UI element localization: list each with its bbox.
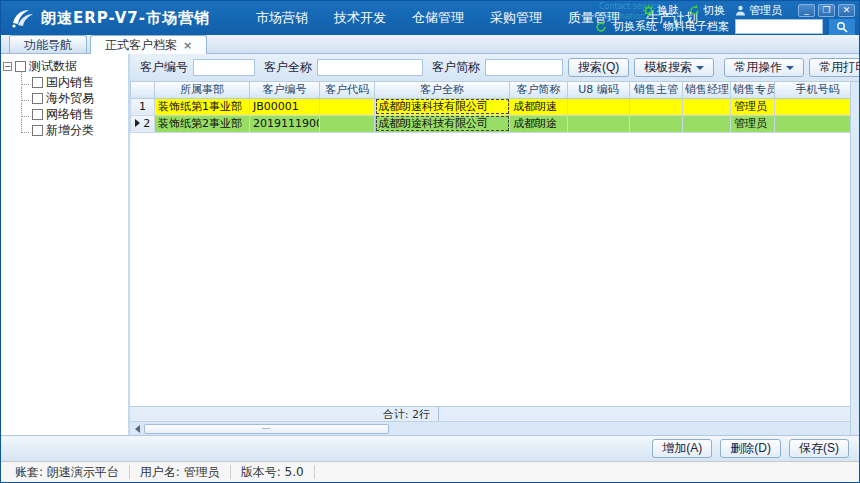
customer-grid: 所属事部 客户编号 客户代码 客户全称 客户简称 U8 编码 销售主管 销售经理… [130,81,859,435]
category-tree: − 测试数据 国内销售 海外贸易 网络销售 新 [1,54,130,435]
action-bar: 增加(A) 删除(D) 保存(S) [1,435,859,461]
gear-icon [643,5,654,16]
status-bar: 账套: 朗速演示平台 用户名: 管理员 版本号: 5.0 [1,461,859,482]
grid-summary: 合计: 2行 [130,406,850,421]
tab-close-icon[interactable]: × [183,40,192,51]
titlebar: 朗速ERP-V7-市场营销 市场营销 技术开发 仓储管理 采购管理 质量管理 生… [1,1,859,35]
tabstrip: 功能导航 正式客户档案 × [1,35,859,54]
status-account: 账套: 朗速演示平台 [5,465,130,479]
scroll-left-icon[interactable] [130,422,144,436]
menu-item-purchase[interactable]: 采购管理 [490,9,542,27]
customer-shortname-label: 客户简称 [432,59,480,76]
content-panel: 客户编号 客户全称 客户简称 搜索(Q) 模板搜索 常用操作 常用打印 帮助文档 [130,54,859,435]
main-area: − 测试数据 国内销售 海外贸易 网络销售 新 [1,54,859,435]
global-search-input[interactable] [735,19,823,34]
filter-toolbar: 客户编号 客户全称 客户简称 搜索(Q) 模板搜索 常用操作 常用打印 帮助文档 [130,54,859,81]
checkbox[interactable] [32,77,43,88]
app-logo-icon [9,7,35,29]
user-icon [735,5,746,16]
app-window: 朗速ERP-V7-市场营销 市场营销 技术开发 仓储管理 采购管理 质量管理 生… [0,0,860,483]
col-sales-rep[interactable]: 销售专员 [731,82,775,98]
grid-empty-space [130,133,850,407]
common-ops-button[interactable]: 常用操作 [724,58,804,77]
tree-node-new-category[interactable]: 新增分类 [17,122,126,138]
tab-function-nav[interactable]: 功能导航 [9,35,87,53]
col-mobile[interactable]: 手机号码 [775,82,851,98]
collapse-icon[interactable]: − [3,62,12,71]
app-title: 朗速ERP-V7-市场营销 [41,9,210,28]
col-sales-supervisor[interactable]: 销售主管 [630,82,683,98]
checkbox[interactable] [32,109,43,120]
col-customer-code[interactable]: 客户代码 [320,82,375,98]
add-button[interactable]: 增加(A) [652,439,712,458]
customer-shortname-input[interactable] [485,59,563,76]
material-archive-link[interactable]: 物料电子档案 [663,19,729,34]
tab-customer-archive[interactable]: 正式客户档案 × [90,35,207,54]
checkbox[interactable] [32,125,43,136]
scrollbar-thumb[interactable] [144,424,389,434]
titlebar-right: 换肤 切换 管理员 _ ❐ ✕ 切换系统 物料电子档 [595,1,855,35]
switch-system-link[interactable]: 切换系统 [613,19,657,34]
customer-fullname-input[interactable] [317,59,423,76]
search-icon [836,21,848,33]
user-button[interactable]: 管理员 [735,3,782,18]
col-department[interactable]: 所属事部 [155,82,250,98]
table-row[interactable]: 2 装饰纸第2事业部 201911190001 成都朗途科技有限公司 成都朗途 … [131,115,851,132]
col-sales-manager[interactable]: 销售经理 [683,82,731,98]
horizontal-scrollbar[interactable] [130,421,850,435]
status-version: 版本号: 5.0 [231,465,315,479]
template-search-button[interactable]: 模板搜索 [634,58,714,77]
grid-header-row: 所属事部 客户编号 客户代码 客户全称 客户简称 U8 编码 销售主管 销售经理… [131,82,851,98]
customer-fullname-label: 客户全称 [264,59,312,76]
current-row-icon [135,119,140,127]
switch-button[interactable]: 切换 [689,3,725,18]
minimize-button[interactable]: _ [798,4,815,17]
tree-node-online[interactable]: 网络销售 [17,106,126,122]
chevron-down-icon [696,66,704,70]
checkbox[interactable] [15,61,26,72]
delete-button[interactable]: 删除(D) [720,439,781,458]
col-fullname[interactable]: 客户全称 [375,82,510,98]
col-customer-no[interactable]: 客户编号 [250,82,320,98]
common-print-button[interactable]: 常用打印 [809,58,859,77]
refresh-icon [689,5,700,16]
tree-node-overseas[interactable]: 海外贸易 [17,90,126,106]
menu-item-warehouse[interactable]: 仓储管理 [412,9,464,27]
close-button[interactable]: ✕ [838,4,855,17]
customer-no-label: 客户编号 [140,59,188,76]
switch-system-icon [595,21,607,33]
tree-node-domestic[interactable]: 国内销售 [17,74,126,90]
menu-item-marketing[interactable]: 市场营销 [256,9,308,27]
vertical-scrollbar[interactable] [850,82,859,435]
skin-button[interactable]: 换肤 [643,3,679,18]
col-u8-code[interactable]: U8 编码 [568,82,630,98]
table-row[interactable]: 1 装饰纸第1事业部 JB00001 成都朗速科技有限公司 成都朗速 管理员 [131,98,851,115]
customer-no-input[interactable] [193,59,255,76]
status-user: 用户名: 管理员 [130,465,231,479]
save-button[interactable]: 保存(S) [789,439,849,458]
search-button[interactable]: 搜索(Q) [568,58,629,77]
menu-item-tech[interactable]: 技术开发 [334,9,386,27]
restore-button[interactable]: ❐ [818,4,835,17]
search-go-button[interactable] [829,19,855,35]
chevron-down-icon [786,66,794,70]
row-count-total: 合计: 2行 [375,407,439,422]
col-shortname[interactable]: 客户简称 [510,82,568,98]
checkbox[interactable] [32,93,43,104]
